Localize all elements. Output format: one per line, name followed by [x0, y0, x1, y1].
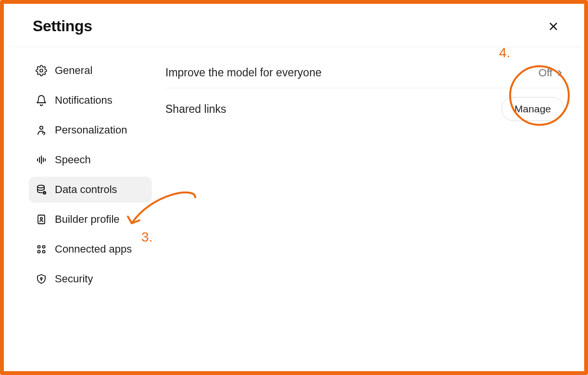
row-shared-links: Shared links Manage: [165, 88, 564, 130]
settings-dialog: Settings General Notifications: [10, 4, 581, 365]
sidebar-item-label: Security: [55, 273, 93, 285]
sidebar-item-label: Connected apps: [55, 243, 132, 255]
sidebar-item-label: Builder profile: [55, 213, 120, 226]
sidebar-item-label: Data controls: [55, 183, 117, 196]
row-label: Improve the model for everyone: [165, 66, 322, 79]
sidebar-item-data-controls[interactable]: Data controls: [29, 177, 152, 203]
apps-icon: [36, 243, 47, 255]
dialog-body: General Notifications Personalization: [10, 47, 581, 365]
sidebar-item-speech[interactable]: Speech: [29, 147, 152, 173]
waveform-icon: [36, 154, 47, 166]
gear-icon: [36, 65, 47, 76]
svg-point-15: [38, 250, 40, 253]
sidebar-item-label: Notifications: [55, 94, 113, 107]
svg-point-12: [40, 218, 42, 219]
settings-sidebar: General Notifications Personalization: [10, 47, 159, 365]
shield-icon: [36, 273, 47, 285]
sidebar-item-label: General: [55, 64, 92, 77]
bell-icon: [36, 95, 47, 106]
svg-point-3: [40, 126, 43, 129]
person-icon: [36, 124, 47, 136]
svg-point-16: [42, 250, 45, 253]
svg-point-13: [38, 245, 40, 248]
sidebar-item-general[interactable]: General: [29, 58, 152, 84]
row-label: Shared links: [165, 103, 226, 116]
sidebar-item-connected-apps[interactable]: Connected apps: [29, 236, 152, 262]
sidebar-item-label: Personalization: [55, 124, 127, 136]
row-improve-model[interactable]: Improve the model for everyone Off: [165, 58, 564, 88]
sidebar-item-security[interactable]: Security: [29, 266, 152, 292]
svg-point-9: [38, 185, 44, 188]
svg-point-2: [40, 69, 43, 72]
chevron-right-icon: [555, 69, 564, 77]
id-card-icon: [36, 214, 47, 225]
dialog-header: Settings: [10, 4, 581, 47]
settings-content: Improve the model for everyone Off Share…: [159, 47, 581, 365]
database-icon: [36, 184, 47, 195]
dialog-title: Settings: [33, 17, 92, 35]
sidebar-item-personalization[interactable]: Personalization: [29, 117, 152, 143]
close-button[interactable]: [545, 18, 562, 35]
screenshot-frame: Settings General Notifications: [0, 0, 588, 375]
manage-button[interactable]: Manage: [501, 97, 564, 121]
sidebar-item-label: Speech: [55, 154, 91, 166]
close-icon: [548, 21, 559, 32]
row-value-improve-model[interactable]: Off: [538, 67, 564, 79]
row-value-text: Off: [538, 67, 552, 79]
sidebar-item-builder-profile[interactable]: Builder profile: [29, 206, 152, 232]
svg-point-14: [42, 245, 45, 248]
sidebar-item-notifications[interactable]: Notifications: [29, 87, 152, 113]
